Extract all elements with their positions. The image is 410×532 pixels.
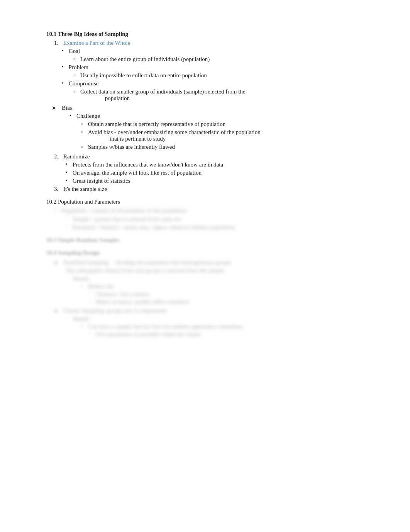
section-10-4-label: 10.4 Sampling Design bbox=[46, 250, 100, 256]
blurred-104-note: The subsamples chosen from each group is… bbox=[46, 267, 371, 274]
blurred-104-result-label: Result: bbox=[73, 275, 90, 282]
section-10-3-label: 10.3 Simple Random Samples bbox=[46, 237, 120, 243]
blurred-104-sub1: ● Reduce the bbox=[46, 283, 371, 290]
item-2-label: Randomize bbox=[63, 153, 90, 160]
blurred-104-note-text: The subsamples chosen from each group is… bbox=[66, 267, 225, 274]
sub-challenge-text-2: Avoid bias - over/under emphasizing some… bbox=[88, 129, 261, 142]
blurred-104-sub2a-text: Variance / less variance bbox=[96, 291, 150, 297]
sub-circle-c1: ○ bbox=[81, 122, 86, 126]
blurred-104-sub4-text: Free parameters in possible within the c… bbox=[96, 331, 201, 338]
blurred-104-sub2b-text: Better accuracy, smaller effect somehow bbox=[96, 299, 190, 305]
sub-goal-text: Learn about the entire group of individu… bbox=[80, 56, 210, 63]
arrow-icon: ➤ bbox=[52, 105, 59, 111]
blurred-104-sub1-text: Reduce the bbox=[88, 283, 114, 290]
section-10-2-title: 10.2 Population and Parameters bbox=[46, 199, 371, 205]
sub-bullet-goal: ○ Learn about the entire group of indivi… bbox=[46, 56, 371, 63]
bullet-problem: ● Problem bbox=[46, 64, 371, 71]
bullet-goal-label: Goal bbox=[69, 48, 80, 54]
bullet-dot-compromise: ● bbox=[62, 81, 66, 85]
bullet-r2-text: On average, the sample will look like re… bbox=[73, 170, 202, 176]
sub-circle-compromise: ○ bbox=[73, 90, 78, 93]
bullet-dot-challenge: ● bbox=[69, 114, 74, 117]
blurred-dot-104-s3: ● bbox=[81, 324, 86, 330]
blurred-circle-1: ○ bbox=[66, 216, 70, 220]
item-1-label: Examine a Part of the Whole bbox=[63, 40, 130, 46]
blurred-104-sub3-text: Can have a sample that has free but rand… bbox=[88, 323, 243, 330]
bullet-dot-r3: ● bbox=[66, 178, 70, 182]
bullet-goal: ● Goal bbox=[46, 48, 371, 54]
item-3-num: 3. bbox=[54, 186, 61, 192]
sub-challenge-text-1: Obtain sample that is perfectly represen… bbox=[88, 121, 225, 127]
blurred-circle-104-c: ○ bbox=[89, 331, 93, 338]
blurred-104-result2-label: Result: bbox=[73, 316, 90, 322]
bullet-r1-text: Protects from the influences that we kno… bbox=[73, 161, 223, 168]
blurred-104-item1-desc: - dividing the population into homogeneo… bbox=[112, 259, 231, 266]
blurred-sub-102-1: ○ Sample - portion that is selected from… bbox=[46, 216, 371, 223]
sub-compromise-text: Collect data on smaller group of individ… bbox=[80, 88, 245, 102]
blurred-104-sub3: ● Can have a sample that has free but ra… bbox=[46, 323, 371, 330]
sub-circle-problem: ○ bbox=[73, 73, 78, 77]
blurred-circle-104-b: ○ bbox=[89, 299, 93, 305]
numbered-item-2: 2. Randomize bbox=[46, 153, 371, 160]
bullet-r3-text: Great insight of statistics bbox=[73, 178, 130, 184]
bullet-dot-problem: ● bbox=[62, 65, 66, 68]
section-10-1-title: 10.1 Three Big Ideas of Sampling bbox=[46, 31, 371, 37]
blurred-text-1: Population - consists of all members of … bbox=[61, 207, 186, 214]
blurred-dot-1: ● bbox=[54, 208, 59, 212]
sub-circle-goal: ○ bbox=[73, 57, 78, 61]
sub-bullet-challenge-2: ○ Avoid bias - over/under emphasizing so… bbox=[46, 129, 371, 142]
bullet-randomize-3: ● Great insight of statistics bbox=[46, 178, 371, 184]
section-10-3-title: 10.3 Simple Random Samples bbox=[46, 237, 371, 243]
bullet-compromise: ● Compromise bbox=[46, 80, 371, 87]
blurred-104-item2: ● Cluster Sampling: groups into 4 compon… bbox=[46, 308, 371, 314]
bullet-randomize-2: ● On average, the sample will look like … bbox=[46, 170, 371, 176]
bullet-dot-r1: ● bbox=[66, 162, 70, 166]
blurred-104-sub2b: ○ Better accuracy, smaller effect someho… bbox=[46, 299, 371, 305]
blurred-104-item1-label: Stratified Sampling bbox=[63, 259, 108, 266]
blurred-104-result: Result: bbox=[46, 275, 371, 282]
blurred-104-item1: ● Stratified Sampling - dividing the pop… bbox=[46, 259, 371, 266]
blurred-sub-text-1: Sample - portion that is selected from s… bbox=[73, 216, 181, 223]
sub-circle-c2: ○ bbox=[81, 130, 86, 134]
blurred-sub-102-2: ○ Parameter / Statistic - mean, max, sig… bbox=[46, 224, 371, 231]
blurred-104-item2-label: Cluster Sampling: groups into 4 componen… bbox=[63, 308, 167, 314]
bullet-problem-label: Problem bbox=[69, 64, 88, 71]
bias-label: Bias bbox=[62, 105, 72, 111]
item-3-label: It's the sample size bbox=[63, 186, 107, 192]
bullet-dot-r2: ● bbox=[66, 170, 70, 174]
blurred-circle-2: ○ bbox=[66, 224, 70, 228]
sub-challenge-text-3: Samples w/bias are inherently flawed bbox=[88, 144, 175, 150]
sub-problem-text: Usually impossible to collect data on en… bbox=[80, 72, 207, 79]
blurred-104-sub2a: ○ Variance / less variance bbox=[46, 291, 371, 297]
bullet-challenge: ● Challenge bbox=[46, 113, 371, 119]
blurred-104-sub4: ○ Free parameters in possible within the… bbox=[46, 331, 371, 338]
blurred-104-result2: Result: bbox=[46, 316, 371, 322]
blurred-sub-text-2: Parameter / Statistic - mean, max, sigma… bbox=[73, 224, 235, 231]
bullet-challenge-label: Challenge bbox=[76, 113, 100, 119]
blurred-bullet-102-1: ● Population - consists of all members o… bbox=[46, 207, 371, 214]
bullet-dot-goal: ● bbox=[62, 49, 66, 52]
numbered-item-1: 1. Examine a Part of the Whole bbox=[46, 40, 371, 46]
blurred-circle-104-a: ○ bbox=[89, 291, 93, 297]
bullet-compromise-label: Compromise bbox=[69, 80, 99, 87]
sub-bullet-challenge-3: ○ Samples w/bias are inherently flawed bbox=[46, 144, 371, 150]
item-1-num: 1. bbox=[54, 40, 61, 46]
blurred-104-num: ● bbox=[54, 259, 61, 266]
sub-bullet-problem: ○ Usually impossible to collect data on … bbox=[46, 72, 371, 79]
blurred-104-item2-num: ● bbox=[54, 308, 61, 314]
arrow-bias: ➤ Bias bbox=[46, 105, 371, 111]
sub-circle-c3: ○ bbox=[81, 145, 86, 149]
item-2-num: 2. bbox=[54, 153, 61, 160]
section-10-4-title: 10.4 Sampling Design bbox=[46, 250, 371, 256]
numbered-item-3: 3. It's the sample size bbox=[46, 186, 371, 192]
bullet-randomize-1: ● Protects from the influences that we k… bbox=[46, 161, 371, 168]
sub-bullet-challenge-1: ○ Obtain sample that is perfectly repres… bbox=[46, 121, 371, 127]
blurred-dot-104-s1: ● bbox=[81, 284, 86, 290]
sub-bullet-compromise: ○ Collect data on smaller group of indiv… bbox=[46, 88, 371, 102]
